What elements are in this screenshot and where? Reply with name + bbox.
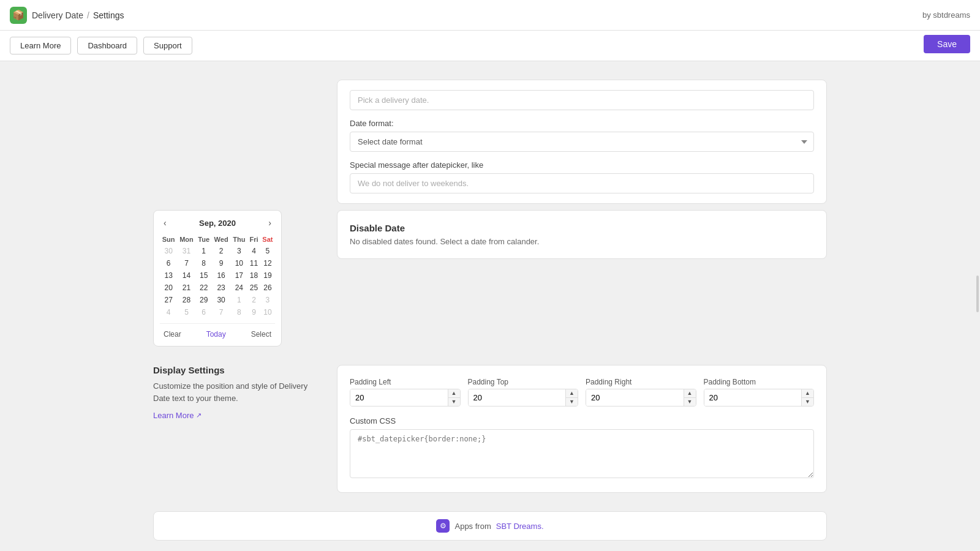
disable-date-title: Disable Date bbox=[350, 223, 814, 233]
special-message-input[interactable] bbox=[350, 173, 814, 193]
calendar-day-cell[interactable]: 1 bbox=[196, 245, 212, 257]
delivery-date-input[interactable] bbox=[350, 90, 814, 110]
calendar-day-cell[interactable]: 27 bbox=[160, 294, 177, 306]
calendar-day-cell[interactable]: 13 bbox=[160, 269, 177, 282]
calendar-day-cell[interactable]: 2 bbox=[212, 245, 231, 257]
padding-left-label: Padding Left bbox=[350, 378, 461, 386]
calendar-grid: Sun Mon Tue Wed Thu Fri Sat 303112345678… bbox=[160, 234, 275, 318]
calendar-day-cell[interactable]: 4 bbox=[247, 245, 260, 257]
display-settings-description: Customize the position and style of Deli… bbox=[153, 380, 325, 404]
padding-top-input-wrap: ▲ ▼ bbox=[468, 389, 579, 407]
calendar-day-cell[interactable]: 3 bbox=[260, 294, 275, 306]
padding-top-group: Padding Top ▲ ▼ bbox=[468, 378, 579, 407]
calendar-day-cell[interactable]: 9 bbox=[212, 257, 231, 269]
display-settings-left: Display Settings Customize the position … bbox=[153, 365, 325, 420]
calendar-week-row: 6789101112 bbox=[160, 257, 275, 269]
padding-right-label: Padding Right bbox=[586, 378, 696, 386]
padding-top-up-button[interactable]: ▲ bbox=[566, 389, 578, 398]
calendar-clear-button[interactable]: Clear bbox=[160, 329, 185, 340]
calendar-prev-button[interactable]: ‹ bbox=[160, 217, 170, 229]
calendar-week-row: 303112345 bbox=[160, 245, 275, 257]
date-format-select[interactable]: Select date format bbox=[350, 132, 814, 152]
calendar-next-button[interactable]: › bbox=[265, 217, 275, 229]
padding-bottom-down-button[interactable]: ▼ bbox=[802, 398, 813, 406]
calendar-day-cell[interactable]: 31 bbox=[177, 245, 195, 257]
section-left-placeholder bbox=[153, 80, 325, 204]
padding-left-input[interactable] bbox=[350, 389, 448, 406]
support-button[interactable]: Support bbox=[143, 37, 192, 54]
disable-date-section: Disable Date No disabled dates found. Se… bbox=[337, 210, 827, 259]
nav-bar: Learn More Dashboard Support bbox=[0, 31, 980, 61]
calendar-day-cell[interactable]: 20 bbox=[160, 282, 177, 294]
calendar-day-cell[interactable]: 6 bbox=[160, 257, 177, 269]
scroll-indicator bbox=[976, 276, 979, 312]
calendar-day-cell[interactable]: 16 bbox=[212, 269, 231, 282]
calendar-day-cell[interactable]: 8 bbox=[196, 257, 212, 269]
dashboard-button[interactable]: Dashboard bbox=[77, 37, 137, 54]
cal-day-sun: Sun bbox=[160, 234, 177, 245]
calendar-day-cell[interactable]: 26 bbox=[260, 282, 275, 294]
calendar-day-cell[interactable]: 30 bbox=[212, 294, 231, 306]
calendar-day-cell[interactable]: 10 bbox=[260, 306, 275, 318]
apps-from-label: Apps from bbox=[454, 522, 491, 531]
calendar-day-cell[interactable]: 12 bbox=[260, 257, 275, 269]
calendar-day-cell[interactable]: 17 bbox=[231, 269, 248, 282]
padding-bottom-label: Padding Bottom bbox=[704, 378, 815, 386]
calendar-day-cell[interactable]: 10 bbox=[231, 257, 248, 269]
calendar-day-cell[interactable]: 4 bbox=[160, 306, 177, 318]
calendar-week-row: 45678910 bbox=[160, 306, 275, 318]
padding-top-down-button[interactable]: ▼ bbox=[566, 398, 578, 406]
calendar-today-button[interactable]: Today bbox=[203, 329, 230, 340]
calendar-footer: Clear Today Select bbox=[160, 323, 275, 340]
calendar-day-cell[interactable]: 14 bbox=[177, 269, 195, 282]
padding-right-input[interactable] bbox=[586, 389, 684, 406]
sbt-dreams-link[interactable]: SBT Dreams. bbox=[496, 522, 544, 531]
calendar-day-cell[interactable]: 23 bbox=[212, 282, 231, 294]
footer-bar: ⚙ Apps from SBT Dreams. bbox=[153, 511, 827, 541]
calendar-days-row: Sun Mon Tue Wed Thu Fri Sat bbox=[160, 234, 275, 245]
calendar-day-cell[interactable]: 22 bbox=[196, 282, 212, 294]
padding-top-spinners: ▲ ▼ bbox=[565, 389, 578, 406]
calendar-day-cell[interactable]: 21 bbox=[177, 282, 195, 294]
custom-css-textarea[interactable] bbox=[350, 429, 814, 478]
calendar-day-cell[interactable]: 5 bbox=[177, 306, 195, 318]
calendar-day-cell[interactable]: 24 bbox=[231, 282, 248, 294]
calendar-day-cell[interactable]: 11 bbox=[247, 257, 260, 269]
calendar-day-cell[interactable]: 3 bbox=[231, 245, 248, 257]
padding-bottom-input[interactable] bbox=[704, 389, 802, 406]
padding-left-spinners: ▲ ▼ bbox=[448, 389, 460, 406]
padding-bottom-up-button[interactable]: ▲ bbox=[802, 389, 813, 398]
padding-left-input-wrap: ▲ ▼ bbox=[350, 389, 461, 407]
by-label: by sbtdreams bbox=[922, 10, 970, 20]
save-button[interactable]: Save bbox=[924, 35, 970, 53]
display-settings-card: Padding Left ▲ ▼ Padding Top bbox=[337, 365, 827, 493]
calendar-day-cell[interactable]: 8 bbox=[231, 306, 248, 318]
calendar-day-cell[interactable]: 9 bbox=[247, 306, 260, 318]
learn-more-button[interactable]: Learn More bbox=[10, 37, 71, 54]
padding-right-up-button[interactable]: ▲ bbox=[684, 389, 696, 398]
calendar-day-cell[interactable]: 25 bbox=[247, 282, 260, 294]
padding-left-up-button[interactable]: ▲ bbox=[448, 389, 460, 398]
display-settings-learn-more-link[interactable]: Learn More ↗ bbox=[153, 411, 202, 420]
calendar-day-cell[interactable]: 2 bbox=[247, 294, 260, 306]
calendar-day-cell[interactable]: 7 bbox=[212, 306, 231, 318]
calendar-day-cell[interactable]: 29 bbox=[196, 294, 212, 306]
padding-left-down-button[interactable]: ▼ bbox=[448, 398, 460, 406]
calendar-day-cell[interactable]: 1 bbox=[231, 294, 248, 306]
calendar-day-cell[interactable]: 6 bbox=[196, 306, 212, 318]
calendar-day-cell[interactable]: 5 bbox=[260, 245, 275, 257]
cal-day-fri: Fri bbox=[247, 234, 260, 245]
disable-date-description: No disabled dates found. Select a date f… bbox=[350, 237, 814, 246]
calendar-day-cell[interactable]: 19 bbox=[260, 269, 275, 282]
padding-left-group: Padding Left ▲ ▼ bbox=[350, 378, 461, 407]
calendar-day-cell[interactable]: 18 bbox=[247, 269, 260, 282]
calendar-select-button[interactable]: Select bbox=[247, 329, 275, 340]
cal-day-thu: Thu bbox=[231, 234, 248, 245]
calendar-day-cell[interactable]: 15 bbox=[196, 269, 212, 282]
page-title: Settings bbox=[93, 10, 124, 20]
padding-right-down-button[interactable]: ▼ bbox=[684, 398, 696, 406]
calendar-day-cell[interactable]: 30 bbox=[160, 245, 177, 257]
padding-top-input[interactable] bbox=[469, 389, 566, 406]
calendar-day-cell[interactable]: 28 bbox=[177, 294, 195, 306]
calendar-day-cell[interactable]: 7 bbox=[177, 257, 195, 269]
